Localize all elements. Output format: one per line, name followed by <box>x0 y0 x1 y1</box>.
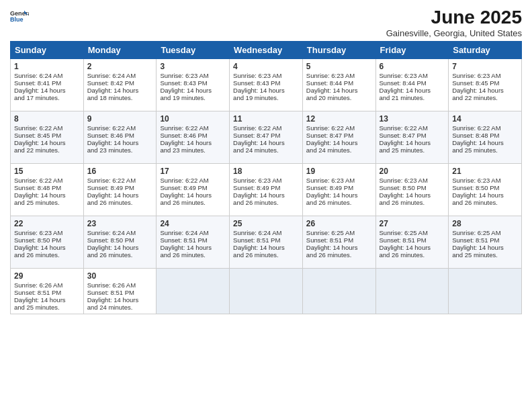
day-info: and 20 minutes. <box>306 94 372 101</box>
calendar-cell: 7Sunrise: 6:23 AMSunset: 8:45 PMDaylight… <box>449 59 522 111</box>
day-info: Daylight: 14 hours <box>233 139 299 146</box>
day-info: Sunset: 8:48 PM <box>452 132 518 139</box>
day-number: 18 <box>233 167 299 176</box>
day-info: Daylight: 14 hours <box>87 191 153 199</box>
calendar-cell: 30Sunrise: 6:26 AMSunset: 8:51 PMDayligh… <box>83 269 157 314</box>
day-number: 28 <box>452 219 518 228</box>
day-info: Sunset: 8:50 PM <box>14 236 80 244</box>
day-info: Daylight: 14 hours <box>14 139 80 146</box>
day-info: Sunset: 8:51 PM <box>14 289 80 296</box>
day-number: 12 <box>306 114 372 124</box>
day-info: Daylight: 14 hours <box>380 139 445 146</box>
day-info: Sunrise: 6:22 AM <box>306 124 372 132</box>
day-info: Sunset: 8:49 PM <box>87 184 153 191</box>
title-block: June 2025 Gainesville, Georgia, United S… <box>386 7 522 38</box>
day-info: Sunrise: 6:22 AM <box>160 177 226 184</box>
day-number: 5 <box>306 62 372 71</box>
day-info: Sunset: 8:49 PM <box>160 184 226 191</box>
day-info: and 26 minutes. <box>380 251 445 259</box>
calendar-cell: 23Sunrise: 6:24 AMSunset: 8:50 PMDayligh… <box>83 216 157 269</box>
day-info: Daylight: 14 hours <box>306 244 372 251</box>
location: Gainesville, Georgia, United States <box>386 28 522 38</box>
day-number: 29 <box>14 271 80 281</box>
day-number: 21 <box>452 167 518 176</box>
col-tuesday: Tuesday <box>157 42 230 59</box>
day-info: Sunrise: 6:22 AM <box>87 177 153 184</box>
calendar-cell <box>375 269 449 314</box>
day-info: Sunrise: 6:24 AM <box>160 229 226 236</box>
day-info: and 26 minutes. <box>87 199 153 206</box>
day-info: and 26 minutes. <box>160 199 226 206</box>
calendar-week-row: 8Sunrise: 6:22 AMSunset: 8:45 PMDaylight… <box>11 111 522 164</box>
day-number: 24 <box>160 219 226 228</box>
day-info: Sunrise: 6:22 AM <box>14 177 80 184</box>
day-info: Daylight: 14 hours <box>14 296 80 304</box>
calendar-cell: 20Sunrise: 6:23 AMSunset: 8:50 PMDayligh… <box>375 164 449 216</box>
day-info: Daylight: 14 hours <box>160 87 226 94</box>
day-info: Daylight: 14 hours <box>87 244 153 251</box>
day-number: 14 <box>452 114 518 124</box>
calendar-cell: 3Sunrise: 6:23 AMSunset: 8:43 PMDaylight… <box>157 59 230 111</box>
calendar-cell: 19Sunrise: 6:23 AMSunset: 8:49 PMDayligh… <box>302 164 375 216</box>
day-info: and 17 minutes. <box>14 94 80 101</box>
calendar-cell: 1Sunrise: 6:24 AMSunset: 8:41 PMDaylight… <box>11 59 84 111</box>
day-info: Sunrise: 6:26 AM <box>87 281 153 289</box>
day-info: Sunset: 8:46 PM <box>87 132 153 139</box>
day-info: Sunrise: 6:23 AM <box>452 72 518 79</box>
day-info: Daylight: 14 hours <box>380 87 445 94</box>
day-info: Daylight: 14 hours <box>306 191 372 199</box>
calendar-cell <box>230 269 303 314</box>
day-number: 11 <box>233 114 299 124</box>
day-info: Sunrise: 6:22 AM <box>87 124 153 132</box>
day-info: Sunrise: 6:22 AM <box>14 124 80 132</box>
day-info: Sunset: 8:47 PM <box>233 132 299 139</box>
calendar-cell: 24Sunrise: 6:24 AMSunset: 8:51 PMDayligh… <box>157 216 230 269</box>
col-wednesday: Wednesday <box>230 42 303 59</box>
day-info: Sunrise: 6:23 AM <box>233 177 299 184</box>
calendar: Sunday Monday Tuesday Wednesday Thursday… <box>10 41 522 314</box>
calendar-cell: 21Sunrise: 6:23 AMSunset: 8:50 PMDayligh… <box>449 164 522 216</box>
day-info: and 21 minutes. <box>380 94 445 101</box>
calendar-cell: 14Sunrise: 6:22 AMSunset: 8:48 PMDayligh… <box>449 111 522 164</box>
calendar-week-row: 29Sunrise: 6:26 AMSunset: 8:51 PMDayligh… <box>11 269 522 314</box>
calendar-cell: 13Sunrise: 6:22 AMSunset: 8:47 PMDayligh… <box>375 111 449 164</box>
calendar-cell: 17Sunrise: 6:22 AMSunset: 8:49 PMDayligh… <box>157 164 230 216</box>
day-info: Daylight: 14 hours <box>452 139 518 146</box>
day-info: Sunrise: 6:23 AM <box>160 72 226 79</box>
day-info: Sunset: 8:49 PM <box>233 184 299 191</box>
day-info: Sunset: 8:41 PM <box>14 79 80 87</box>
day-info: and 22 minutes. <box>452 94 518 101</box>
day-info: Sunrise: 6:26 AM <box>14 281 80 289</box>
day-info: Sunset: 8:44 PM <box>306 79 372 87</box>
day-info: Daylight: 14 hours <box>160 191 226 199</box>
calendar-cell: 9Sunrise: 6:22 AMSunset: 8:46 PMDaylight… <box>83 111 157 164</box>
col-monday: Monday <box>83 42 157 59</box>
calendar-cell: 29Sunrise: 6:26 AMSunset: 8:51 PMDayligh… <box>11 269 84 314</box>
day-number: 3 <box>160 62 226 71</box>
calendar-cell: 10Sunrise: 6:22 AMSunset: 8:46 PMDayligh… <box>157 111 230 164</box>
day-info: Daylight: 14 hours <box>87 87 153 94</box>
col-sunday: Sunday <box>11 42 84 59</box>
calendar-cell: 27Sunrise: 6:25 AMSunset: 8:51 PMDayligh… <box>375 216 449 269</box>
day-info: and 26 minutes. <box>380 199 445 206</box>
day-info: Sunset: 8:51 PM <box>160 236 226 244</box>
day-info: and 18 minutes. <box>87 94 153 101</box>
day-info: and 23 minutes. <box>160 146 226 154</box>
day-number: 7 <box>452 62 518 71</box>
day-number: 26 <box>306 219 372 228</box>
day-info: Sunset: 8:46 PM <box>160 132 226 139</box>
day-info: Sunset: 8:42 PM <box>87 79 153 87</box>
day-info: Sunset: 8:43 PM <box>160 79 226 87</box>
col-friday: Friday <box>375 42 449 59</box>
day-info: Sunset: 8:51 PM <box>87 289 153 296</box>
day-number: 19 <box>306 167 372 176</box>
calendar-cell <box>449 269 522 314</box>
day-info: Sunset: 8:45 PM <box>452 79 518 87</box>
day-info: Sunrise: 6:23 AM <box>380 177 445 184</box>
header: General Blue June 2025 Gainesville, Geor… <box>10 7 522 38</box>
day-info: and 19 minutes. <box>160 94 226 101</box>
day-info: Sunset: 8:44 PM <box>380 79 445 87</box>
day-info: Daylight: 14 hours <box>14 191 80 199</box>
logo: General Blue <box>10 7 29 26</box>
svg-text:Blue: Blue <box>10 16 24 23</box>
